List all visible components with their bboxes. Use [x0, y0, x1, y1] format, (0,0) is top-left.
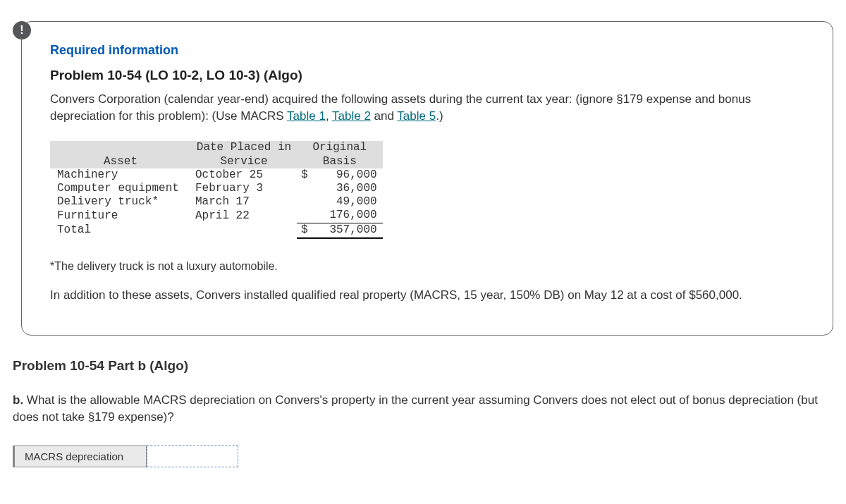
intro-text-b: .)	[436, 109, 443, 123]
problem-intro: Convers Corporation (calendar year-end) …	[50, 91, 804, 125]
table-row: Furniture April 22 176,000	[50, 209, 383, 223]
link-table-2[interactable]: Table 2	[332, 109, 371, 123]
col-header-date-l2: Service	[191, 155, 297, 168]
cell-total-label: Total	[50, 223, 191, 238]
col-header-asset: Asset	[50, 141, 191, 168]
table-row: Delivery truck* March 17 49,000	[50, 195, 383, 209]
problem-title: Problem 10-54 (LO 10-2, LO 10-3) (Algo)	[50, 66, 804, 85]
table-row: Machinery October 25 $ 96,000	[50, 168, 383, 182]
info-icon: !	[13, 21, 31, 39]
cell-date: April 22	[191, 209, 297, 223]
required-info-panel: Required information Problem 10-54 (LO 1…	[21, 21, 833, 336]
cell-date: October 25	[191, 168, 297, 182]
macrs-depreciation-input[interactable]	[147, 445, 238, 467]
cell-asset: Computer equipment	[50, 182, 191, 195]
asset-table: Asset Date Placed in Original Service Ba…	[50, 141, 383, 238]
link-table-1[interactable]: Table 1	[287, 109, 326, 123]
part-b-body: What is the allowable MACRS depreciation…	[13, 393, 818, 424]
cell-asset: Delivery truck*	[50, 195, 191, 209]
col-header-date-l1: Date Placed in	[191, 141, 297, 154]
cell-total-currency: $	[297, 223, 312, 238]
answer-label: MACRS depreciation	[13, 445, 147, 467]
answer-row: MACRS depreciation	[13, 445, 833, 467]
cell-asset: Furniture	[50, 209, 191, 223]
col-header-basis-l1: Original	[297, 141, 383, 154]
sep2: and	[371, 109, 398, 123]
cell-currency: $	[297, 168, 312, 182]
cell-basis: 176,000	[312, 209, 383, 223]
cell-currency	[297, 209, 312, 223]
link-table-5[interactable]: Table 5	[397, 109, 436, 123]
table-row: Computer equipment February 3 36,000	[50, 182, 383, 195]
part-b-question: b. What is the allowable MACRS depreciat…	[13, 392, 833, 426]
required-heading: Required information	[50, 42, 804, 59]
cell-date: February 3	[191, 182, 297, 195]
part-b-prefix: b.	[13, 393, 23, 407]
cell-basis: 49,000	[312, 195, 383, 209]
cell-basis: 96,000	[312, 168, 383, 182]
additional-info: In addition to these assets, Convers ins…	[50, 287, 804, 304]
part-b-title: Problem 10-54 Part b (Algo)	[13, 357, 833, 376]
cell-currency	[297, 195, 312, 209]
cell-currency	[297, 182, 312, 195]
col-header-basis-l2: Basis	[297, 155, 383, 168]
cell-date: March 17	[191, 195, 297, 209]
table-total-row: Total $ 357,000	[50, 223, 383, 238]
footnote: *The delivery truck is not a luxury auto…	[50, 259, 804, 274]
cell-asset: Machinery	[50, 168, 191, 182]
sep1: ,	[326, 109, 332, 123]
cell-total-basis: 357,000	[312, 223, 383, 238]
cell-basis: 36,000	[312, 182, 383, 195]
